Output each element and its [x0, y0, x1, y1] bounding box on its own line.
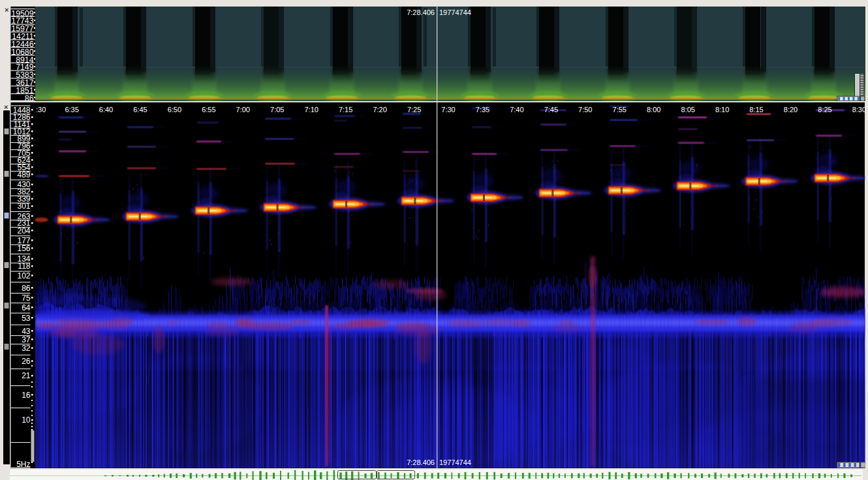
svg-text:7:28.406: 7:28.406 — [407, 8, 435, 16]
svg-text:7:10: 7:10 — [304, 106, 318, 113]
svg-text:19774744: 19774744 — [439, 458, 471, 466]
svg-text:6:55: 6:55 — [202, 106, 215, 113]
svg-text:32: 32 — [22, 344, 31, 353]
svg-text:7:35: 7:35 — [476, 106, 489, 113]
svg-text:10: 10 — [22, 415, 31, 425]
svg-text:8:30: 8:30 — [852, 106, 866, 113]
svg-text:7:40: 7:40 — [510, 106, 523, 113]
svg-text:7:00: 7:00 — [236, 106, 250, 113]
svg-text:26: 26 — [22, 357, 31, 366]
svg-text::30: :30 — [36, 106, 46, 113]
svg-text:7:28.406: 7:28.406 — [407, 458, 435, 466]
svg-text:75: 75 — [22, 293, 31, 303]
svg-text:37: 37 — [22, 335, 31, 344]
svg-text:7:45: 7:45 — [544, 106, 558, 113]
svg-text:64: 64 — [22, 303, 31, 312]
svg-text:×: × — [4, 103, 8, 111]
svg-text:21: 21 — [22, 371, 31, 380]
svg-text:8:10: 8:10 — [715, 106, 729, 113]
svg-text:156: 156 — [17, 244, 30, 253]
svg-text:8:05: 8:05 — [681, 106, 694, 113]
svg-text:86: 86 — [22, 284, 31, 293]
svg-text:7:30: 7:30 — [441, 106, 455, 113]
svg-text:6:35: 6:35 — [65, 106, 78, 113]
svg-text:43: 43 — [22, 327, 31, 336]
svg-text:53: 53 — [22, 314, 31, 323]
svg-text:6:40: 6:40 — [99, 106, 113, 113]
svg-text:6:50: 6:50 — [168, 106, 181, 113]
svg-text:7:55: 7:55 — [613, 106, 627, 113]
svg-text:102: 102 — [17, 271, 30, 280]
svg-text:8:25: 8:25 — [818, 106, 831, 113]
svg-text:19774744: 19774744 — [439, 8, 471, 16]
svg-text:7:25: 7:25 — [407, 106, 421, 113]
svg-text:7:15: 7:15 — [339, 106, 352, 113]
svg-text:6:45: 6:45 — [133, 106, 147, 113]
svg-text:8:00: 8:00 — [647, 106, 660, 113]
svg-text:8:15: 8:15 — [749, 106, 763, 113]
svg-text:7:20: 7:20 — [373, 106, 386, 113]
svg-text:8:20: 8:20 — [784, 106, 798, 113]
svg-text:16: 16 — [22, 391, 31, 400]
svg-text:7:50: 7:50 — [578, 106, 592, 113]
svg-text:×: × — [5, 6, 8, 14]
svg-text:7:05: 7:05 — [270, 106, 284, 113]
